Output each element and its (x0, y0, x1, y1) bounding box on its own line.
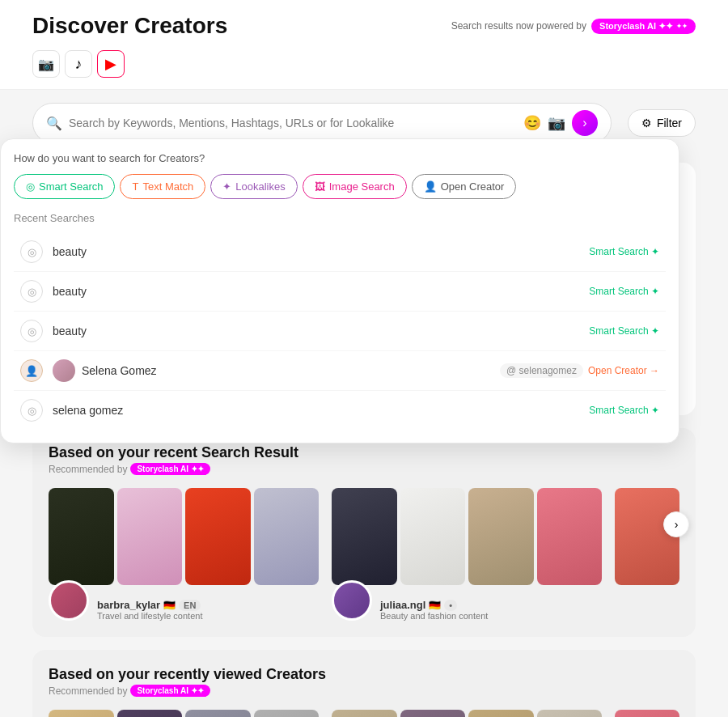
recent-search-text: beauty (53, 325, 589, 337)
creator-avatar (332, 580, 372, 621)
recent-search-text: beauty (53, 245, 589, 258)
search-icon: 🔍 (46, 116, 62, 131)
person-icon: 👤 (424, 180, 437, 193)
creator-photo (117, 710, 183, 717)
creator-photo (400, 488, 466, 585)
recent-search-type: Open Creator → (588, 365, 659, 376)
creator-username: juliaa.ngl 🇩🇪 • (380, 599, 488, 611)
image-icon: 🖼 (315, 180, 325, 193)
recent-search-icon: ◎ (20, 280, 43, 303)
recent-search-type: Smart Search ✦ (589, 246, 659, 257)
text-icon: T (132, 180, 138, 193)
storyclash-badge: Storyclash AI ✦✦ (591, 19, 696, 34)
mode-open-creator[interactable]: 👤 Open Creator (412, 174, 517, 199)
result-creator-card[interactable]: barbra_kylar 🇩🇪 EN Travel and lifestyle … (49, 488, 319, 621)
creator-username: barbra_kylar 🇩🇪 EN (97, 599, 202, 611)
recently-viewed-title: Based on your recently viewed Creators (49, 666, 679, 683)
viewed-creator-card[interactable]: Kara Del Toro 🇺🇸 • Karajewel talks about… (332, 710, 602, 717)
creator-photo (400, 710, 466, 717)
search-modes: ◎ Smart Search T Text Match ✦ Lookalikes… (14, 174, 666, 199)
creator-avatar (49, 580, 89, 621)
creator-photo (537, 710, 603, 717)
search-dropdown: How do you want to search for Creators? … (0, 138, 679, 443)
recent-creator-icon: 👤 (20, 359, 43, 382)
recent-search-type: Smart Search ✦ (589, 325, 659, 337)
filter-button[interactable]: ⚙ Filter (628, 109, 696, 137)
mode-image-search[interactable]: 🖼 Image Search (303, 174, 407, 199)
creator-photo (332, 488, 397, 585)
dropdown-question: How do you want to search for Creators? (14, 152, 666, 164)
mode-lookalikes[interactable]: ✦ Lookalikes (210, 174, 297, 199)
recent-search-item[interactable]: ◎ beauty Smart Search ✦ (14, 272, 666, 312)
recent-search-icon: ◎ (20, 320, 43, 342)
recent-search-item[interactable]: 👤 Selena Gomez @ selenagomez Open Creato… (14, 351, 666, 391)
page-title: Discover Creators (32, 13, 227, 39)
recent-searches-label: Recent Searches (14, 212, 666, 224)
viewed-creator-card-partial[interactable] (615, 710, 679, 717)
image-search-btn[interactable]: 📷 (548, 114, 565, 132)
recent-search-item[interactable]: ◎ beauty Smart Search ✦ (14, 232, 666, 272)
recommended-label: Recommended by Storyclash AI ✦✦ (49, 685, 679, 697)
recommended-label: Recommended by Storyclash AI ✦✦ (49, 463, 679, 475)
recent-search-text: beauty (53, 285, 589, 298)
search-area: 🔍 😊 📷 › ⚙ Filter How do you want to sear… (0, 90, 728, 156)
creator-photo (332, 710, 397, 717)
search-results-title: Based on your recent Search Result (49, 444, 679, 461)
platform-filter-row: 📷 ♪ ▶ (32, 50, 696, 89)
creator-photo (254, 710, 320, 717)
creator-photo (185, 488, 251, 585)
mode-smart-search[interactable]: ◎ Smart Search (14, 174, 115, 199)
carousel-next-button[interactable]: › (663, 511, 689, 537)
lookalike-icon: ✦ (222, 180, 231, 193)
search-submit-btn[interactable]: › (572, 110, 598, 136)
search-results-section: Based on your recent Search Result Recom… (32, 428, 696, 637)
recent-search-type: Smart Search ✦ (589, 286, 659, 297)
mode-text-match[interactable]: T Text Match (120, 174, 205, 199)
creator-photo (185, 710, 251, 717)
powered-by-label: Search results now powered by Storyclash… (451, 19, 696, 34)
viewed-creator-card[interactable]: daniellepheloung 🇺🇸 • Beauty and lifesty… (49, 710, 319, 717)
platform-instagram[interactable]: 📷 (32, 50, 60, 78)
platform-tiktok[interactable]: ♪ (65, 50, 92, 78)
recent-search-text: Selena Gomez (82, 364, 500, 377)
creator-photo (468, 488, 534, 585)
recent-search-tag: @ selenagomez (500, 363, 583, 378)
emoji-search-btn[interactable]: 😊 (523, 114, 541, 132)
recent-search-icon: ◎ (20, 240, 43, 263)
filter-icon: ⚙ (641, 117, 652, 129)
recent-search-type: Smart Search ✦ (589, 405, 659, 416)
result-creator-card-partial[interactable] (615, 488, 679, 621)
creator-photo (537, 488, 603, 585)
creator-description: Beauty and fashion content (380, 611, 488, 621)
smart-icon: ◎ (26, 180, 35, 193)
creator-photo (117, 488, 183, 585)
creator-photo (254, 488, 320, 585)
creator-photo (49, 710, 114, 717)
recent-search-item[interactable]: ◎ beauty Smart Search ✦ (14, 312, 666, 351)
search-input[interactable] (69, 117, 510, 129)
creator-photo (468, 710, 534, 717)
recent-search-text: selena gomez (53, 404, 589, 417)
creator-photo (49, 488, 114, 585)
recent-search-icon: ◎ (20, 399, 43, 422)
result-creator-card[interactable]: juliaa.ngl 🇩🇪 • Beauty and fashion conte… (332, 488, 602, 621)
platform-youtube[interactable]: ▶ (97, 50, 125, 78)
recently-viewed-section: Based on your recently viewed Creators R… (32, 650, 696, 717)
recent-search-item[interactable]: ◎ selena gomez Smart Search ✦ (14, 391, 666, 430)
creator-description: Travel and lifestyle content (97, 611, 202, 621)
search-bar[interactable]: 🔍 😊 📷 › (32, 103, 612, 143)
